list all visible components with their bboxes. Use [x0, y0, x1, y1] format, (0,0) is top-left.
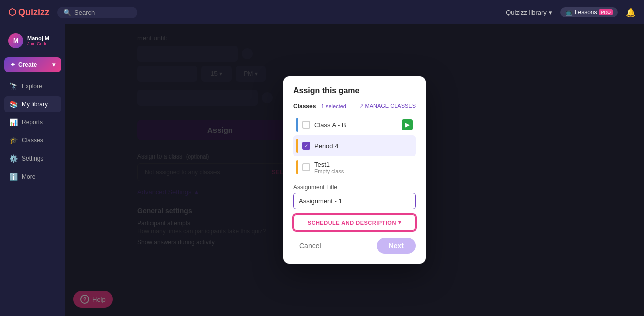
- class-item-2[interactable]: Test1 Empty class: [293, 156, 416, 178]
- chevron-down-icon: ▾: [549, 9, 552, 16]
- class-color-bar-1: [296, 139, 298, 153]
- sidebar-item-label: Reports: [22, 119, 43, 126]
- modal-header-row: Classes 1 selected ↗ MANAGE CLASSES: [293, 101, 416, 110]
- class-color-bar-0: [296, 118, 298, 132]
- logo-icon: ⬡: [8, 7, 16, 18]
- sidebar-item-label: Classes: [22, 137, 43, 144]
- navbar: ⬡ Quizizz 🔍 Search Quizizz library ▾ 📺 L…: [0, 0, 644, 24]
- user-role: Join Code: [27, 41, 49, 46]
- sidebar-item-settings[interactable]: ⚙️ Settings: [4, 150, 61, 167]
- search-icon: 🔍: [63, 9, 71, 16]
- lessons-button[interactable]: 📺 Lessons PRO: [560, 7, 618, 17]
- next-button[interactable]: Next: [377, 238, 416, 254]
- modal-overlay: Assign this game Classes 1 selected ↗ MA…: [65, 24, 644, 316]
- chevron-down-icon: ▾: [398, 219, 402, 226]
- user-info: M Manoj M Join Code: [4, 30, 61, 51]
- manage-classes-link[interactable]: ↗ MANAGE CLASSES: [359, 103, 416, 109]
- main-content: ment until: 15 ▾ PM ▾ Assign: [65, 24, 644, 316]
- chevron-down-icon: ▾: [52, 61, 55, 68]
- class-item-0[interactable]: Class A - B ▶: [293, 114, 416, 135]
- avatar: M: [8, 33, 23, 48]
- logo-text: Quizizz: [18, 7, 49, 18]
- modal-title: Assign this game: [293, 86, 416, 95]
- modal-actions: Cancel Next: [293, 238, 416, 254]
- sidebar-item-label: Explore: [22, 83, 42, 90]
- navbar-right: Quizizz library ▾ 📺 Lessons PRO 🔔: [506, 7, 636, 17]
- sidebar-item-my-library[interactable]: 📚 My library: [4, 96, 61, 112]
- schedule-description-button[interactable]: SCHEDULE AND DESCRIPTION ▾: [293, 214, 416, 231]
- class-list: Class A - B ▶ ✓ Period 4 Test1: [293, 114, 416, 178]
- schedule-btn-label: SCHEDULE AND DESCRIPTION: [308, 220, 396, 226]
- quizizz-library-label: Quizizz library: [506, 9, 547, 16]
- sidebar-item-explore[interactable]: 🔭 Explore: [4, 78, 61, 94]
- user-details: Manoj M Join Code: [27, 35, 49, 46]
- class-item-1[interactable]: ✓ Period 4: [293, 135, 416, 156]
- class-info-2: Test1 Empty class: [314, 161, 344, 174]
- library-icon: 📚: [9, 100, 18, 108]
- classes-header: Classes 1 selected: [293, 101, 346, 110]
- assignment-title-input[interactable]: [293, 193, 416, 209]
- class-color-bar-2: [296, 160, 298, 174]
- search-placeholder: Search: [74, 9, 95, 16]
- sidebar: M Manoj M Join Code ✦ Create ▾ 🔭 Explore…: [0, 24, 65, 316]
- sidebar-item-reports[interactable]: 📊 Reports: [4, 114, 61, 130]
- layout: M Manoj M Join Code ✦ Create ▾ 🔭 Explore…: [0, 24, 644, 316]
- class-checkbox-0[interactable]: [302, 121, 310, 129]
- class-checkbox-1[interactable]: ✓: [302, 142, 310, 150]
- assign-game-modal: Assign this game Classes 1 selected ↗ MA…: [283, 76, 426, 264]
- sidebar-item-label: My library: [22, 101, 48, 108]
- selected-count: 1 selected: [321, 103, 346, 109]
- sidebar-item-more[interactable]: ℹ️ More: [4, 169, 61, 185]
- create-button[interactable]: ✦ Create ▾: [4, 57, 61, 72]
- class-sub-2: Empty class: [314, 168, 344, 174]
- classes-icon: 🎓: [9, 136, 18, 144]
- notification-bell-icon[interactable]: 🔔: [626, 8, 636, 17]
- assignment-title-label: Assignment Title: [293, 184, 416, 191]
- settings-icon: ⚙️: [9, 154, 18, 163]
- cancel-label: Cancel: [299, 242, 321, 250]
- create-label: Create: [18, 61, 37, 68]
- more-icon: ℹ️: [9, 173, 18, 181]
- search-bar[interactable]: 🔍 Search: [57, 7, 137, 18]
- sidebar-item-label: Settings: [22, 155, 43, 162]
- sidebar-item-classes[interactable]: 🎓 Classes: [4, 132, 61, 148]
- next-label: Next: [389, 242, 404, 250]
- cancel-button[interactable]: Cancel: [293, 239, 327, 253]
- class-name-1: Period 4: [314, 142, 413, 150]
- pro-badge: PRO: [599, 9, 613, 15]
- classes-label: Classes: [293, 103, 316, 110]
- external-link-icon: ↗: [359, 103, 364, 109]
- user-name: Manoj M: [27, 35, 49, 41]
- class-checkbox-2[interactable]: [302, 163, 310, 171]
- class-name-2: Test1: [314, 161, 344, 168]
- class-green-icon-0: ▶: [402, 119, 413, 130]
- tv-icon: 📺: [565, 9, 573, 16]
- sidebar-item-label: More: [22, 173, 35, 180]
- explore-icon: 🔭: [9, 82, 18, 90]
- lessons-label: Lessons: [575, 9, 597, 16]
- reports-icon: 📊: [9, 118, 18, 126]
- app-logo: ⬡ Quizizz: [8, 7, 49, 18]
- class-name-0: Class A - B: [314, 121, 398, 129]
- quizizz-library-button[interactable]: Quizizz library ▾: [506, 9, 552, 16]
- plus-icon: ✦: [10, 61, 15, 68]
- manage-classes-label: MANAGE CLASSES: [365, 103, 416, 109]
